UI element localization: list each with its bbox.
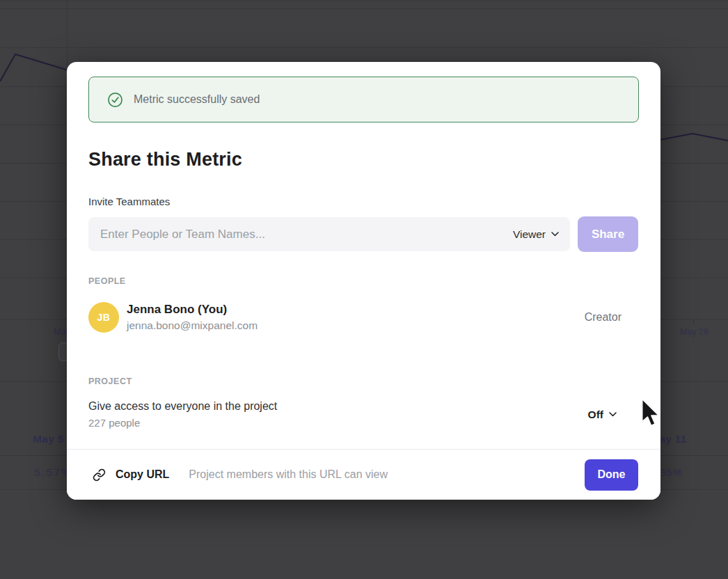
copy-url-button[interactable]: Copy URL <box>116 468 169 481</box>
chevron-down-icon <box>609 412 617 417</box>
role-dropdown[interactable]: Viewer <box>513 228 559 241</box>
invite-teammates-label: Invite Teammates <box>88 196 170 207</box>
success-banner: Metric successfully saved <box>88 77 639 122</box>
modal-title: Share this Metric <box>88 149 242 170</box>
line-chart-segment-right <box>658 129 728 146</box>
grid-line <box>0 8 728 9</box>
table-column-header: May 5 <box>33 433 64 445</box>
project-section-label: PROJECT <box>88 376 132 386</box>
x-axis-label: May 26 <box>680 327 709 337</box>
share-button[interactable]: Share <box>578 216 638 252</box>
role-dropdown-value: Viewer <box>513 228 546 241</box>
link-icon[interactable] <box>93 468 106 482</box>
grid-line <box>0 47 728 48</box>
line-chart-segment-left <box>0 42 77 90</box>
copy-url-hint: Project members with this URL can view <box>189 468 388 481</box>
invite-people-input[interactable] <box>100 228 513 241</box>
project-access-dropdown[interactable]: Off <box>588 409 617 421</box>
table-cell-value: 35% <box>660 466 683 478</box>
invite-input-container: Viewer <box>88 217 570 251</box>
project-member-count: 227 people <box>88 417 588 429</box>
project-access-info: Give access to everyone in the project 2… <box>88 400 588 429</box>
project-access-row: Give access to everyone in the project 2… <box>88 400 617 429</box>
modal-footer: Copy URL Project members with this URL c… <box>67 449 660 500</box>
person-row: JB Jenna Bono (You) jenna.bono@mixpanel.… <box>88 302 622 333</box>
check-circle-icon <box>107 92 123 108</box>
person-info: Jenna Bono (You) jenna.bono@mixpanel.com <box>127 303 585 332</box>
people-section-label: PEOPLE <box>88 276 126 286</box>
share-metric-modal: Metric successfully saved Share this Met… <box>67 62 660 500</box>
chevron-down-icon <box>551 232 559 237</box>
person-email: jenna.bono@mixpanel.com <box>127 319 585 332</box>
done-button[interactable]: Done <box>585 459 638 491</box>
person-name: Jenna Bono (You) <box>127 303 585 317</box>
success-banner-text: Metric successfully saved <box>134 93 260 106</box>
avatar: JB <box>88 302 119 333</box>
grid-line <box>0 1 728 1</box>
project-access-title: Give access to everyone in the project <box>88 400 588 413</box>
project-access-value: Off <box>588 409 603 421</box>
axis-tick <box>693 320 694 324</box>
invite-row: Viewer Share <box>88 216 638 252</box>
person-role: Creator <box>585 311 622 324</box>
